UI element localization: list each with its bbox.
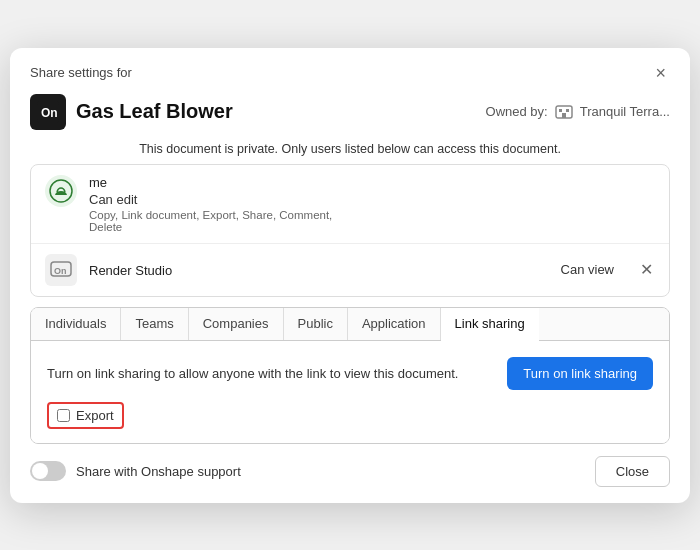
- link-sharing-description: Turn on link sharing to allow anyone wit…: [47, 366, 458, 381]
- user-name: me: [89, 175, 655, 190]
- doc-name: Gas Leaf Blower: [76, 100, 233, 123]
- building-icon: [554, 104, 574, 120]
- toggle-row: Share with Onshape support: [30, 461, 241, 481]
- link-sharing-row: Turn on link sharing to allow anyone wit…: [47, 357, 653, 390]
- dialog-title: Share settings for: [30, 65, 132, 80]
- svg-rect-4: [566, 109, 569, 112]
- export-outline: Export: [47, 402, 124, 429]
- users-table: me Can edit Copy, Link document, Export,…: [30, 164, 670, 297]
- tab-content-link-sharing: Turn on link sharing to allow anyone wit…: [31, 341, 669, 443]
- share-settings-dialog: Share settings for × On Gas Leaf Blower …: [10, 48, 690, 503]
- tabs-bar: Individuals Teams Companies Public Appli…: [31, 308, 669, 341]
- user-details: Render Studio: [89, 261, 549, 279]
- svg-text:On: On: [54, 266, 67, 276]
- tab-teams[interactable]: Teams: [121, 308, 188, 340]
- svg-text:On: On: [41, 106, 58, 120]
- dialog-footer: Share with Onshape support Close: [10, 444, 690, 503]
- tab-public[interactable]: Public: [284, 308, 348, 340]
- owner-row: Owned by: Tranquil Terra...: [486, 104, 670, 120]
- owner-name: Tranquil Terra...: [580, 104, 670, 119]
- doc-icon: On: [30, 94, 66, 130]
- doc-info: On Gas Leaf Blower Owned by: Tranquil Te…: [10, 94, 690, 140]
- close-icon[interactable]: ×: [651, 62, 670, 84]
- user-perms-detail: Copy, Link document, Export, Share, Comm…: [89, 209, 655, 233]
- turn-on-link-sharing-button[interactable]: Turn on link sharing: [507, 357, 653, 390]
- doc-title-row: On Gas Leaf Blower: [30, 94, 233, 130]
- export-checkbox[interactable]: [57, 409, 70, 422]
- privacy-notice: This document is private. Only users lis…: [10, 140, 690, 164]
- avatar: [45, 175, 77, 207]
- tabs-container: Individuals Teams Companies Public Appli…: [30, 307, 670, 444]
- toggle-label: Share with Onshape support: [76, 464, 241, 479]
- user-details: me Can edit Copy, Link document, Export,…: [89, 175, 655, 233]
- avatar: On: [45, 254, 77, 286]
- table-row: me Can edit Copy, Link document, Export,…: [31, 165, 669, 244]
- support-toggle[interactable]: [30, 461, 66, 481]
- svg-rect-3: [559, 109, 562, 112]
- tab-individuals[interactable]: Individuals: [31, 308, 121, 340]
- export-row: Export: [47, 402, 653, 429]
- remove-user-button[interactable]: ✕: [638, 260, 655, 279]
- user-name: Render Studio: [89, 263, 172, 278]
- export-label: Export: [76, 408, 114, 423]
- tab-application[interactable]: Application: [348, 308, 441, 340]
- table-row: On Render Studio Can view ✕: [31, 244, 669, 296]
- dialog-header: Share settings for ×: [10, 48, 690, 94]
- close-dialog-button[interactable]: Close: [595, 456, 670, 487]
- tab-link-sharing[interactable]: Link sharing: [441, 308, 539, 341]
- owner-label: Owned by:: [486, 104, 548, 119]
- tab-companies[interactable]: Companies: [189, 308, 284, 340]
- user-role: Can view: [561, 262, 614, 277]
- svg-rect-5: [562, 113, 566, 118]
- user-role: Can edit: [89, 192, 655, 207]
